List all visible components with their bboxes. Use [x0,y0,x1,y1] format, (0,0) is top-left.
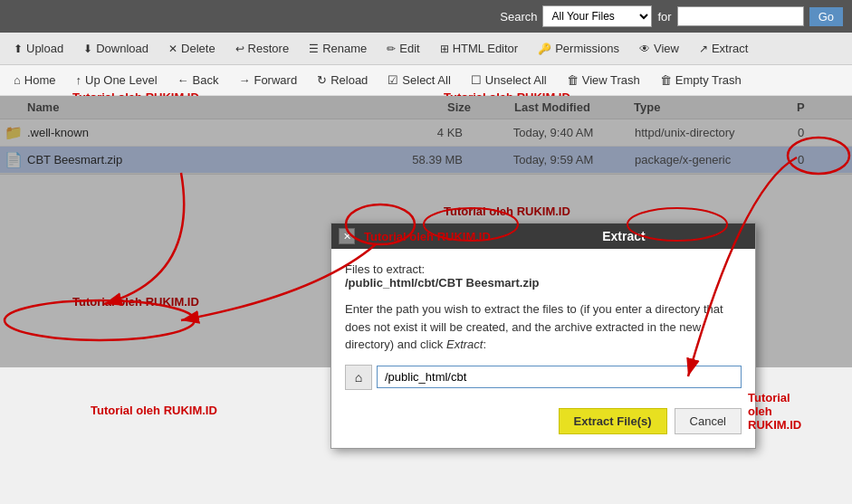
modal-title: Extract [500,229,748,243]
home-icon: ⌂ [14,73,21,87]
modal-titlebar: ✕ Tutorial oleh RUKIM.ID Extract [331,223,755,249]
upload-button[interactable]: ⬆ Upload [5,37,72,60]
toolbar: ⬆ Upload ⬇ Download ✕ Delete ↩ Restore ☰… [0,33,852,65]
up-icon: ↑ [76,73,82,87]
edit-button[interactable]: ✏ Edit [378,37,428,60]
view-icon: 👁 [639,43,650,55]
unselect-all-icon: ☐ [471,73,482,87]
back-icon: ← [177,73,189,87]
files-to-extract-label: Files to extract: [345,262,425,276]
unselect-all-label: Unselect All [485,73,547,87]
search-label: Search [500,10,537,24]
view-trash-icon: 🗑 [567,73,579,87]
edit-label: Edit [399,42,419,55]
path-row: ⌂ [345,365,742,390]
modal-description: Enter the path you wish to extract the f… [345,300,742,354]
view-trash-label: View Trash [582,73,640,87]
path-home-icon[interactable]: ⌂ [345,365,372,390]
search-input[interactable] [677,6,804,26]
content-area: Name Size Last Modified Type P 📁 .well-k… [0,96,852,367]
select-all-icon: ☑ [388,73,398,87]
extract-modal: ✕ Tutorial oleh RUKIM.ID Extract Files t… [330,223,756,449]
go-button[interactable]: Go [809,7,843,26]
extract-path-input[interactable] [377,366,742,388]
permissions-label: Permissions [555,42,619,55]
modal-close-button[interactable]: ✕ [339,228,355,244]
forward-label: Forward [254,73,297,87]
extract-icon: ↗ [699,43,708,55]
delete-label: Delete [181,42,215,55]
back-button[interactable]: ← Back [168,70,228,90]
restore-button[interactable]: ↩ Restore [226,37,299,60]
reload-button[interactable]: ↻ Reload [308,70,377,90]
extract-label: Extract [712,42,748,55]
forward-icon: → [238,73,250,87]
forward-button[interactable]: → Forward [229,70,306,90]
html-editor-label: HTML Editor [453,42,518,55]
restore-icon: ↩ [235,43,244,55]
tutorial-watermark-modal: Tutorial oleh RUKIM.ID [748,391,801,432]
home-button[interactable]: ⌂ Home [5,70,65,90]
rename-icon: ☰ [309,43,319,55]
modal-body: Files to extract: /public_html/cbt/CBT B… [331,249,755,448]
modal-buttons: Extract File(s) Cancel [345,404,742,434]
modal-tutorial-text: Tutorial oleh RUKIM.ID [364,230,491,243]
reload-label: Reload [330,73,368,87]
view-label: View [654,42,679,55]
html-editor-button[interactable]: ⊞ HTML Editor [431,37,527,60]
extract-files-button[interactable]: Extract File(s) [559,408,667,434]
empty-trash-button[interactable]: 🗑 Empty Trash [651,70,751,90]
html-editor-icon: ⊞ [440,43,449,55]
delete-icon: ✕ [168,43,177,55]
up-one-level-button[interactable]: ↑ Up One Level [67,70,167,90]
empty-trash-label: Empty Trash [675,73,742,87]
tutorial-watermark-5: Tutorial oleh RUKIM.ID [91,404,217,417]
select-all-button[interactable]: ☑ Select All [378,70,459,90]
select-all-label: Select All [402,73,450,87]
upload-icon: ⬆ [14,43,23,55]
empty-trash-icon: 🗑 [660,73,672,87]
rename-button[interactable]: ☰ Rename [300,37,376,60]
search-dropdown[interactable]: All Your Files File Names Only File Cont… [542,5,652,27]
upload-label: Upload [26,42,63,55]
download-button[interactable]: ⬇ Download [74,37,158,60]
view-trash-button[interactable]: 🗑 View Trash [558,70,649,90]
cancel-button[interactable]: Cancel [675,408,742,434]
delete-button[interactable]: ✕ Delete [159,37,225,60]
rename-label: Rename [322,42,367,55]
back-label: Back [193,73,219,87]
permissions-icon: 🔑 [538,43,551,55]
extract-button[interactable]: ↗ Extract [690,37,757,60]
edit-icon: ✏ [387,43,396,55]
reload-icon: ↻ [317,73,327,87]
extract-info: Files to extract: /public_html/cbt/CBT B… [345,262,742,290]
download-label: Download [96,42,148,55]
home-label: Home [24,73,56,87]
nav-bar: ⌂ Home ↑ Up One Level ← Back → Forward ↻… [0,65,852,96]
search-bar: Search All Your Files File Names Only Fi… [0,0,852,33]
extract-filepath: /public_html/cbt/CBT Beesmart.zip [345,276,540,290]
download-icon: ⬇ [83,43,92,55]
restore-label: Restore [248,42,290,55]
permissions-button[interactable]: 🔑 Permissions [529,37,628,60]
up-one-level-label: Up One Level [85,73,158,87]
view-button[interactable]: 👁 View [630,37,688,60]
for-label: for [657,10,671,24]
unselect-all-button[interactable]: ☐ Unselect All [462,70,556,90]
